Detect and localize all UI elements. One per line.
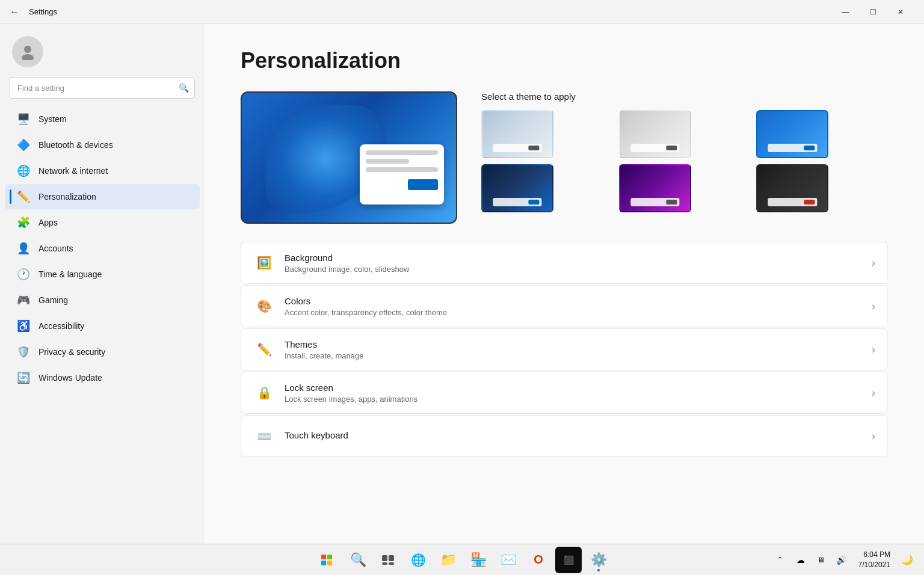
theme-thumb-5[interactable]	[619, 164, 691, 212]
settings-text-touch-keyboard: Touch keyboard	[285, 430, 872, 442]
theme-thumb-2[interactable]	[619, 110, 691, 158]
settings-item-colors[interactable]: 🎨 Colors Accent color, transparency effe…	[241, 285, 888, 327]
theme-mini-btn-6	[804, 200, 815, 204]
taskbar-explorer[interactable]: 📁	[435, 547, 461, 573]
theme-mini-btn-5	[666, 200, 677, 204]
taskbar-store[interactable]: 🏪	[465, 547, 491, 573]
preview-dialog	[360, 144, 444, 204]
dialog-button	[408, 179, 438, 190]
taskbar-terminal[interactable]: ⬛	[555, 547, 582, 573]
avatar[interactable]	[12, 36, 43, 67]
nav-label-accessibility: Accessibility	[38, 321, 84, 331]
back-icon[interactable]: ←	[10, 7, 19, 17]
svg-rect-2	[382, 555, 387, 561]
sidebar-user	[0, 24, 205, 77]
maximize-button[interactable]: ☐	[859, 0, 887, 24]
windows-logo	[321, 555, 332, 565]
sidebar-item-update[interactable]: 🔄 Windows Update	[5, 365, 200, 390]
tray-expand[interactable]: ⌃	[771, 547, 790, 573]
theme-mini-bar-3	[768, 144, 817, 152]
taskbar-mail[interactable]: ✉️	[495, 547, 522, 573]
sidebar-search: 🔍	[10, 77, 195, 99]
tray-network2[interactable]: 🖥	[812, 547, 831, 573]
theme-section: Select a theme to apply	[241, 91, 888, 224]
time-display: 6:04 PM	[858, 550, 890, 560]
settings-item-lock-screen[interactable]: 🔒 Lock screen Lock screen images, apps, …	[241, 372, 888, 414]
sidebar-item-accounts[interactable]: 👤 Accounts	[5, 236, 200, 261]
dialog-line-1	[366, 150, 438, 155]
sidebar: 🔍 🖥️ System 🔷 Bluetooth & devices 🌐 Netw…	[0, 24, 205, 544]
nav-icon-network: 🌐	[17, 164, 30, 177]
settings-chevron-themes: ›	[872, 343, 875, 356]
sidebar-item-bluetooth[interactable]: 🔷 Bluetooth & devices	[5, 132, 200, 158]
close-button[interactable]: ✕	[887, 0, 914, 24]
settings-item-touch-keyboard[interactable]: ⌨️ Touch keyboard ›	[241, 415, 888, 457]
nav-label-personalization: Personalization	[38, 192, 96, 201]
sidebar-item-gaming[interactable]: 🎮 Gaming	[5, 288, 200, 313]
notification-icon[interactable]: 🌙	[898, 547, 917, 573]
settings-title-touch-keyboard: Touch keyboard	[285, 430, 872, 440]
taskbar-right: ⌃ ☁ 🖥 🔊 6:04 PM 7/10/2021 🌙	[771, 547, 924, 573]
settings-list: 🖼️ Background Background image, color, s…	[241, 242, 888, 457]
tray-volume[interactable]: 🔊	[832, 547, 851, 573]
settings-icon-themes: ✏️	[253, 339, 275, 360]
nav-icon-bluetooth: 🔷	[17, 138, 30, 152]
search-input[interactable]	[10, 77, 195, 99]
theme-grid	[481, 110, 888, 212]
nav-label-network: Network & internet	[38, 166, 108, 176]
settings-chevron-colors: ›	[872, 300, 875, 313]
taskbar-office[interactable]: O	[525, 547, 552, 573]
sidebar-item-time[interactable]: 🕐 Time & language	[5, 262, 200, 287]
app-body: 🔍 🖥️ System 🔷 Bluetooth & devices 🌐 Netw…	[0, 24, 924, 544]
dialog-lines	[366, 150, 438, 172]
logo-cell-4	[327, 561, 332, 565]
theme-mini-btn-2	[666, 146, 677, 150]
taskbar-time[interactable]: 6:04 PM 7/10/2021	[854, 547, 895, 573]
sidebar-item-network[interactable]: 🌐 Network & internet	[5, 158, 200, 183]
taskbar-taskview[interactable]	[375, 547, 401, 573]
taskbar: 🔍 🌐 📁 🏪 ✉️ O ⬛ ⚙️ ⌃ ☁ 🖥 🔊 6:04 PM 7/10/2…	[0, 544, 924, 575]
taskbar-edge[interactable]: 🌐	[405, 547, 431, 573]
settings-icon-lock-screen: 🔒	[253, 382, 275, 404]
tray-network[interactable]: ☁	[791, 547, 810, 573]
svg-point-0	[24, 46, 31, 53]
settings-text-themes: Themes Install, create, manage	[285, 339, 872, 360]
nav-label-apps: Apps	[38, 218, 58, 227]
theme-thumb-6[interactable]	[756, 164, 828, 212]
nav-icon-privacy: 🛡️	[17, 345, 30, 358]
settings-item-themes[interactable]: ✏️ Themes Install, create, manage ›	[241, 328, 888, 371]
sidebar-item-privacy[interactable]: 🛡️ Privacy & security	[5, 339, 200, 364]
sidebar-item-apps[interactable]: 🧩 Apps	[5, 210, 200, 235]
logo-cell-3	[321, 561, 326, 565]
sidebar-item-personalization[interactable]: ✏️ Personalization	[5, 184, 200, 209]
minimize-button[interactable]: —	[831, 0, 859, 24]
sidebar-item-accessibility[interactable]: ♿ Accessibility	[5, 313, 200, 339]
settings-text-colors: Colors Accent color, transparency effect…	[285, 296, 872, 317]
theme-thumb-3[interactable]	[756, 110, 828, 158]
window-title: Settings	[29, 7, 57, 16]
svg-rect-5	[389, 562, 394, 565]
settings-text-lock-screen: Lock screen Lock screen images, apps, an…	[285, 383, 872, 404]
dialog-line-3	[366, 167, 438, 172]
title-bar: ← Settings — ☐ ✕	[0, 0, 924, 24]
sidebar-item-system[interactable]: 🖥️ System	[5, 106, 200, 132]
settings-item-background[interactable]: 🖼️ Background Background image, color, s…	[241, 242, 888, 284]
start-button[interactable]	[312, 547, 341, 573]
theme-thumb-1[interactable]	[481, 110, 553, 158]
settings-desc-colors: Accent color, transparency effects, colo…	[285, 308, 872, 317]
settings-desc-background: Background image, color, slideshow	[285, 265, 872, 274]
theme-mini-btn-4	[529, 200, 540, 204]
settings-chevron-touch-keyboard: ›	[872, 430, 875, 443]
settings-title-lock-screen: Lock screen	[285, 383, 872, 393]
title-bar-controls: — ☐ ✕	[831, 0, 914, 24]
theme-mini-btn-3	[804, 146, 815, 150]
nav-list: 🖥️ System 🔷 Bluetooth & devices 🌐 Networ…	[0, 106, 205, 391]
taskbar-settings[interactable]: ⚙️	[585, 547, 612, 573]
settings-text-background: Background Background image, color, slid…	[285, 253, 872, 274]
logo-cell-1	[321, 555, 326, 559]
theme-thumb-4[interactable]	[481, 164, 553, 212]
taskbar-search[interactable]: 🔍	[345, 547, 371, 573]
theme-grid-label: Select a theme to apply	[481, 91, 888, 102]
nav-icon-accessibility: ♿	[17, 319, 30, 333]
svg-point-1	[22, 54, 34, 60]
